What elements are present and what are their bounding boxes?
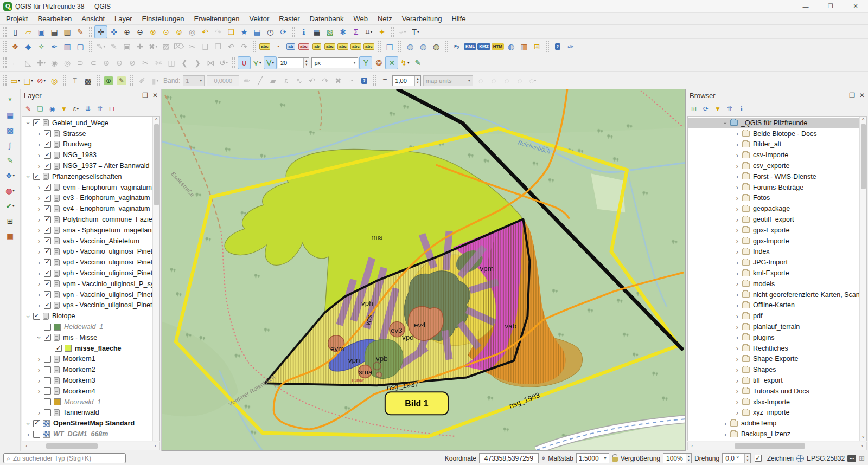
- layer-item-gebiet-und-wege[interactable]: ›Gebiet_und_Wege: [22, 118, 159, 128]
- layer-item-evm-eriophorum-vaginatum[interactable]: ›evm - Eriophorum_vaginatum: [22, 182, 159, 193]
- snap-units-combo[interactable]: px▾: [311, 57, 358, 68]
- layer-tree-hscrollbar[interactable]: ‹›: [22, 442, 160, 450]
- layer-item-moorkern1[interactable]: ›Moorkern1: [22, 354, 159, 365]
- toolbar-handle-digitizing-toolbar[interactable]: [89, 41, 92, 52]
- magnifier-spin[interactable]: 100%▲▼: [663, 453, 692, 463]
- move-label-button[interactable]: ab: [310, 40, 323, 53]
- layout-manager-button[interactable]: ▥: [61, 25, 74, 38]
- trim-extend-button[interactable]: ⋈: [204, 56, 217, 69]
- layer-item-moorwald-1[interactable]: ›Moorwald_1: [22, 397, 159, 408]
- toolbar-handle-plugins-toolbar[interactable]: [445, 41, 448, 52]
- crs-globe-icon[interactable]: [796, 455, 804, 462]
- layer-item-mis-misse[interactable]: ›mis - Misse: [22, 332, 159, 343]
- serval-help-button[interactable]: ?: [358, 74, 371, 87]
- cad-point-button[interactable]: ✚▾: [35, 56, 48, 69]
- expander-icon[interactable]: ›: [35, 334, 43, 342]
- circle-3points-button[interactable]: ◎: [61, 56, 74, 69]
- layer-item-moorkern4[interactable]: ›Moorkern4: [22, 386, 159, 397]
- expander-icon[interactable]: ›: [733, 387, 741, 395]
- toolbar-handle-advanced-digitizing-toolbar[interactable]: [3, 57, 7, 68]
- visibility-checkbox[interactable]: [44, 163, 51, 170]
- browser-item-rechtliches[interactable]: ›Rechtliches: [688, 343, 866, 354]
- toolbar-handle-serval-raster-toolbar[interactable]: [130, 75, 133, 86]
- select-pixels-cursor-button[interactable]: ◌: [474, 74, 487, 87]
- visibility-checkbox[interactable]: [33, 420, 40, 427]
- layer-diagram-options-button[interactable]: ◔: [271, 40, 284, 53]
- expander-icon[interactable]: ›: [35, 387, 43, 395]
- draw-pencil-button[interactable]: ✏: [240, 74, 253, 87]
- remove-layer-button[interactable]: ⊟: [106, 104, 117, 114]
- float-panel-icon[interactable]: ❐: [849, 92, 855, 99]
- visibility-checkbox[interactable]: [44, 398, 51, 405]
- raster-edit-history-button[interactable]: ◔: [344, 74, 358, 87]
- toolbar-handle-web-toolbar[interactable]: [398, 41, 401, 52]
- digitize-with-curve-button[interactable]: ✎: [411, 56, 424, 69]
- expander-icon[interactable]: ›: [35, 140, 43, 148]
- undo-raster-button[interactable]: ↶: [305, 74, 318, 87]
- close-panel-icon[interactable]: ✕: [152, 92, 158, 99]
- extent-toggle-icon[interactable]: ⌖: [541, 454, 545, 463]
- float-panel-icon[interactable]: ❐: [142, 92, 148, 99]
- expander-icon[interactable]: ›: [35, 216, 43, 224]
- browser-item-gpx-exporte[interactable]: ›gpx-Exporte: [688, 225, 866, 236]
- layer-item-vph-vaccinio-uliginosi-pinetum[interactable]: ›vph - Vaccinio_uliginosi_Pinetum: [22, 268, 159, 279]
- browser-item-csv-exporte[interactable]: ›csv_exporte: [688, 160, 866, 171]
- add-group-button[interactable]: ❏: [35, 104, 46, 114]
- color-swatch-button[interactable]: ▮▾: [149, 74, 162, 87]
- filter-legend-button[interactable]: ▼: [59, 104, 69, 114]
- visibility-checkbox[interactable]: [33, 431, 40, 438]
- enable-advanced-digitizing-button[interactable]: ⌐: [9, 56, 22, 69]
- layer-item-vpd-vaccinio-uliginosi-pinetum[interactable]: ›vpd - Vaccinio_uliginosi_Pinetum: [22, 257, 159, 268]
- expander-icon[interactable]: ›: [35, 377, 43, 385]
- expander-icon[interactable]: ›: [733, 377, 741, 385]
- menu-bearbeiten[interactable]: Bearbeiten: [33, 14, 76, 24]
- zoom-native-button[interactable]: ◎: [186, 25, 199, 38]
- help-contents-button[interactable]: ?: [551, 40, 564, 53]
- menu-projekt[interactable]: Projekt: [1, 14, 33, 24]
- maximize-restore-button[interactable]: ❐: [818, 0, 843, 13]
- visibility-checkbox[interactable]: [44, 195, 51, 202]
- close-panel-icon[interactable]: ✕: [859, 92, 865, 99]
- visibility-checkbox[interactable]: [44, 270, 51, 277]
- scale-feature-button[interactable]: ❯: [191, 56, 204, 69]
- minimize-button[interactable]: —: [793, 0, 818, 13]
- browser-item-kml-exporte[interactable]: ›kml-Exporte: [688, 268, 866, 279]
- python-console-button[interactable]: Py: [450, 40, 463, 53]
- layer-item-vpm-vaccinio-uliginosi-p-sylv[interactable]: ›vpm - Vaccinio_uliginosi_P_sylv: [22, 279, 159, 289]
- visibility-checkbox[interactable]: [44, 216, 51, 223]
- expander-icon[interactable]: ›: [733, 290, 741, 299]
- pixel-dropper-button[interactable]: ✐: [136, 74, 149, 87]
- rotate-label-button[interactable]: abc: [336, 40, 349, 53]
- visibility-checkbox[interactable]: [44, 302, 51, 309]
- layer-item-vps-vaccinio-uliginosi-pinetum[interactable]: ›vps - Vaccinio_uliginosi_Pinetum: [22, 300, 159, 311]
- visibility-checkbox[interactable]: [44, 334, 51, 341]
- merge-features-button[interactable]: ◫: [165, 56, 178, 69]
- select-by-form-button[interactable]: ▤▾: [22, 74, 35, 87]
- html-export-button[interactable]: HTM: [491, 40, 505, 53]
- expander-icon[interactable]: ›: [733, 183, 741, 191]
- expander-icon[interactable]: ›: [733, 409, 741, 417]
- zoom-next-button[interactable]: ↷: [212, 25, 225, 38]
- identify-features-button[interactable]: ℹ: [297, 25, 310, 38]
- expand-all-button[interactable]: ⇊: [82, 104, 93, 114]
- menu-web[interactable]: Web: [348, 14, 373, 24]
- vector-edit-tool-button[interactable]: ✔▾: [4, 199, 17, 212]
- menu-vektor[interactable]: Vektor: [244, 14, 274, 24]
- toolbar-handle-selection-toolbar[interactable]: [3, 75, 7, 86]
- new-print-layout-button[interactable]: ▤: [48, 25, 61, 38]
- expander-icon[interactable]: ›: [35, 205, 43, 213]
- globe-layers-tool-button[interactable]: ❖▾: [4, 169, 17, 182]
- kml-export-button[interactable]: KML: [463, 40, 477, 53]
- expander-icon[interactable]: ›: [733, 398, 741, 406]
- rotate-feature-button[interactable]: ❮: [178, 56, 191, 69]
- expander-icon[interactable]: ›: [733, 226, 741, 234]
- visibility-checkbox[interactable]: [44, 259, 51, 266]
- expander-icon[interactable]: ›: [733, 194, 741, 202]
- visibility-checkbox[interactable]: [44, 409, 51, 416]
- expander-icon[interactable]: ›: [35, 355, 43, 363]
- layer-tree-vscrollbar[interactable]: ˄: [152, 117, 159, 441]
- open-project-button[interactable]: ▱: [22, 25, 35, 38]
- toolbar-handle-line-width-toolbar[interactable]: [373, 75, 376, 86]
- new-bookmark-button[interactable]: ★: [238, 25, 251, 38]
- statistical-summary-button[interactable]: ▧: [323, 25, 336, 38]
